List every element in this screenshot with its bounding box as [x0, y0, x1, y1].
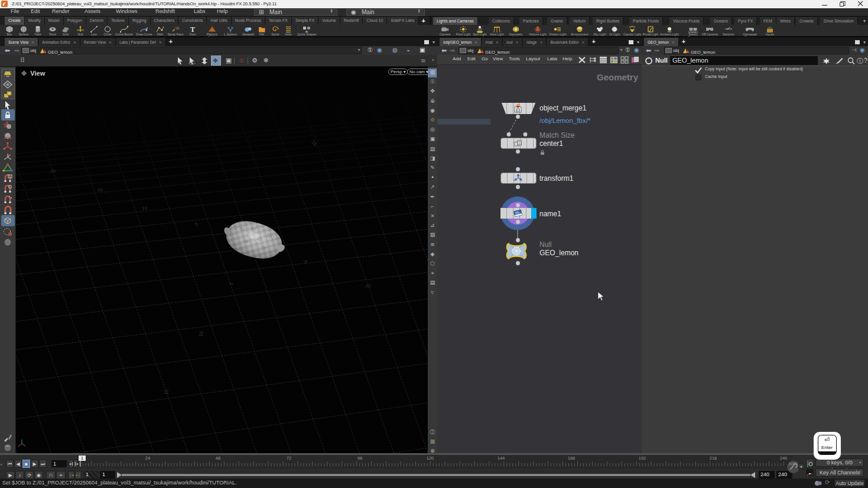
svg-text:T: T — [190, 25, 195, 33]
